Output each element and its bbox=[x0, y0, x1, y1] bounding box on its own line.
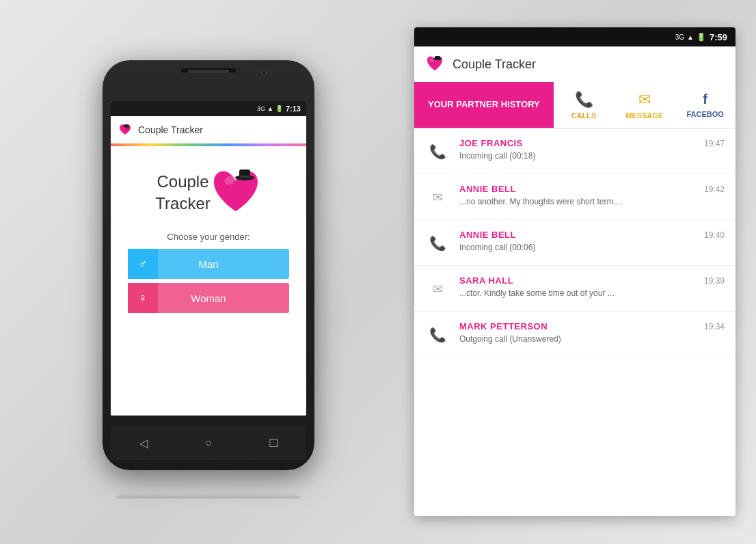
phone-nav-bar: ◁ ○ ☐ bbox=[111, 426, 306, 460]
item-name-row-0: JOE FRANCIS 19:47 bbox=[459, 138, 725, 148]
tab-message-label: MESSAGE bbox=[625, 111, 663, 120]
item-content-1: ANNIE BELL 19:42 ...no another. My thoug… bbox=[459, 184, 725, 208]
item-content-4: MARK PETTERSON 19:34 Outgoing call (Unan… bbox=[459, 321, 725, 345]
android-status-bar: 3G ▲ 🔋 7:59 bbox=[414, 27, 735, 46]
phone-screen: 3G ▲ 🔋 7:13 Couple Tracker bbox=[111, 101, 306, 416]
history-item-4[interactable]: 📞 MARK PETTERSON 19:34 Outgoing call (Un… bbox=[414, 312, 735, 357]
history-item-3[interactable]: ✉ SARA HALL 19:39 ...ctor. Kindly take s… bbox=[414, 266, 735, 312]
item-name-row-3: SARA HALL 19:39 bbox=[459, 275, 725, 286]
phone-status-icons: 3G ▲ 🔋 bbox=[257, 105, 283, 112]
phone-network-indicator: 3G bbox=[257, 105, 265, 112]
item-time-4: 19:34 bbox=[704, 322, 725, 331]
history-item-0[interactable]: 📞 JOE FRANCIS 19:47 Incoming call (00:18… bbox=[414, 128, 735, 174]
item-name-row-1: ANNIE BELL 19:42 bbox=[459, 184, 725, 194]
man-button[interactable]: ♂ Man bbox=[128, 249, 289, 279]
gender-prompt: Choose your gender: bbox=[128, 232, 289, 242]
phone-battery-icon: 🔋 bbox=[275, 105, 283, 112]
call-icon-2: 📞 bbox=[429, 235, 446, 251]
android-battery-icon: 🔋 bbox=[697, 33, 706, 42]
woman-button-label: Woman bbox=[158, 293, 259, 304]
phone-logo-row: CoupleTracker bbox=[155, 167, 261, 218]
android-app-logo-icon bbox=[425, 55, 444, 74]
history-item-2[interactable]: 📞 ANNIE BELL 19:40 Incoming call (00:06) bbox=[414, 220, 735, 266]
phone-mockup: 3G ▲ 🔋 7:13 Couple Tracker bbox=[103, 60, 314, 484]
phone-logo-area: CoupleTracker bbox=[155, 167, 261, 218]
phone-time: 7:13 bbox=[286, 105, 301, 113]
tab-facebook-label: FACEBOO bbox=[686, 110, 723, 118]
phone-content: CoupleTracker bbox=[111, 146, 306, 416]
item-icon-wrap-3: ✉ bbox=[425, 277, 450, 301]
item-name-row-4: MARK PETTERSON 19:34 bbox=[459, 321, 725, 331]
svg-rect-2 bbox=[124, 124, 129, 127]
history-item-1[interactable]: ✉ ANNIE BELL 19:42 ...no another. My tho… bbox=[414, 174, 735, 220]
item-content-3: SARA HALL 19:39 ...ctor. Kindly take som… bbox=[459, 275, 725, 299]
phone-camera bbox=[261, 70, 267, 75]
item-detail-1: ...no another. My thoughts were short te… bbox=[459, 196, 725, 208]
android-status-icons: 3G ▲ 🔋 bbox=[675, 33, 706, 42]
msg-icon-1: ✉ bbox=[433, 190, 443, 205]
tab-message[interactable]: ✉ MESSAGE bbox=[614, 82, 675, 128]
message-icon: ✉ bbox=[638, 91, 651, 109]
phone-app-bar: Couple Tracker bbox=[111, 116, 306, 144]
android-panel: 3G ▲ 🔋 7:59 Couple Tracker YOUR PARTNER … bbox=[414, 27, 735, 516]
android-app-bar: Couple Tracker bbox=[414, 46, 735, 82]
android-network-icon: 3G bbox=[675, 33, 684, 41]
gender-section: Choose your gender: ♂ Man ♀ Woman bbox=[121, 232, 296, 317]
app-logo-icon bbox=[118, 122, 133, 137]
item-icon-wrap-1: ✉ bbox=[425, 185, 450, 210]
back-button[interactable]: ◁ bbox=[133, 433, 154, 453]
facebook-icon: f bbox=[703, 92, 707, 107]
item-detail-0: Incoming call (00:18) bbox=[459, 150, 725, 162]
phone-body: 3G ▲ 🔋 7:13 Couple Tracker bbox=[103, 60, 314, 470]
tab-history[interactable]: YOUR PARTNER HISTORY bbox=[414, 82, 554, 128]
svg-rect-6 bbox=[239, 176, 250, 178]
android-app-title-text: Couple Tracker bbox=[453, 57, 536, 72]
item-time-0: 19:47 bbox=[704, 139, 725, 148]
home-button[interactable]: ○ bbox=[198, 433, 219, 453]
item-name-3: SARA HALL bbox=[459, 275, 513, 286]
history-list: 📞 JOE FRANCIS 19:47 Incoming call (00:18… bbox=[414, 128, 735, 516]
tab-bar: YOUR PARTNER HISTORY 📞 CALLS ✉ MESSAGE f… bbox=[414, 82, 735, 128]
item-detail-3: ...ctor. Kindly take some time out of yo… bbox=[459, 288, 725, 299]
recents-button[interactable]: ☐ bbox=[263, 433, 284, 453]
female-icon: ♀ bbox=[128, 283, 158, 313]
tab-calls-label: CALLS bbox=[571, 111, 597, 120]
tab-calls[interactable]: 📞 CALLS bbox=[554, 82, 615, 128]
phone-app-title-text: Couple Tracker bbox=[138, 124, 203, 135]
male-icon: ♂ bbox=[128, 249, 158, 279]
phone-heart-logo-icon bbox=[211, 167, 262, 218]
item-detail-4: Outgoing call (Unanswered) bbox=[459, 334, 725, 345]
call-icon-4: 📞 bbox=[429, 327, 446, 343]
item-icon-wrap-4: 📞 bbox=[425, 323, 450, 347]
man-button-label: Man bbox=[158, 258, 259, 270]
item-name-row-2: ANNIE BELL 19:40 bbox=[459, 230, 725, 240]
item-detail-2: Incoming call (00:06) bbox=[459, 242, 725, 254]
phone-logo-text: CoupleTracker bbox=[155, 171, 210, 213]
android-time: 7:59 bbox=[710, 32, 727, 42]
item-time-1: 19:42 bbox=[704, 185, 725, 194]
item-icon-wrap-0: 📞 bbox=[425, 139, 450, 164]
item-time-3: 19:39 bbox=[704, 276, 725, 286]
phone-reflection bbox=[116, 493, 301, 499]
tab-history-label: YOUR PARTNER HISTORY bbox=[428, 99, 540, 111]
tab-facebook[interactable]: f FACEBOO bbox=[675, 82, 735, 128]
item-name-1: ANNIE BELL bbox=[459, 184, 516, 194]
item-content-0: JOE FRANCIS 19:47 Incoming call (00:18) bbox=[459, 138, 725, 162]
item-time-2: 19:40 bbox=[704, 230, 725, 240]
woman-button[interactable]: ♀ Woman bbox=[128, 283, 289, 313]
item-name-2: ANNIE BELL bbox=[459, 230, 516, 240]
phone-status-bar: 3G ▲ 🔋 7:13 bbox=[111, 101, 306, 116]
msg-icon-3: ✉ bbox=[433, 282, 443, 297]
item-name-0: JOE FRANCIS bbox=[459, 138, 523, 148]
svg-rect-9 bbox=[435, 56, 440, 59]
item-name-4: MARK PETTERSON bbox=[459, 321, 548, 331]
phone-speaker bbox=[188, 70, 229, 73]
item-icon-wrap-2: 📞 bbox=[425, 231, 450, 256]
item-content-2: ANNIE BELL 19:40 Incoming call (00:06) bbox=[459, 230, 725, 254]
android-signal-icon: ▲ bbox=[687, 33, 694, 41]
call-icon-0: 📞 bbox=[429, 144, 446, 160]
phone-signal-icon: ▲ bbox=[267, 105, 273, 112]
calls-icon: 📞 bbox=[575, 91, 593, 109]
